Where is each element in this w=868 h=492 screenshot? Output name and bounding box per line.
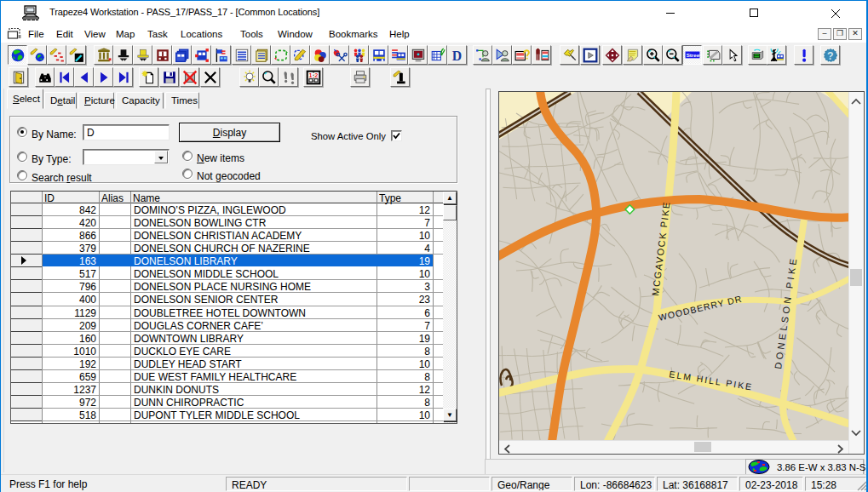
svg-text:2: 2 xyxy=(314,72,318,79)
svg-text:?: ? xyxy=(827,50,834,62)
svg-text:D: D xyxy=(452,49,462,63)
svg-text:Street: Street xyxy=(687,52,700,58)
svg-text:1: 1 xyxy=(308,72,312,79)
